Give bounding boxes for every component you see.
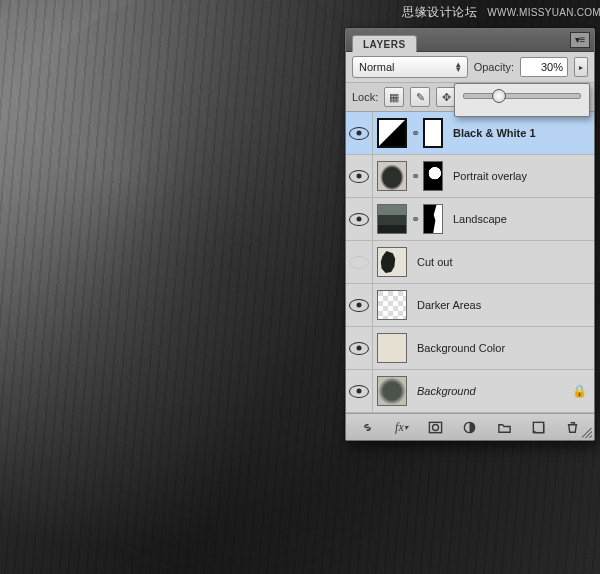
layer-thumb[interactable] — [377, 204, 407, 234]
blend-mode-value: Normal — [359, 61, 394, 73]
visibility-toggle[interactable] — [346, 327, 373, 369]
svg-rect-3 — [533, 422, 543, 432]
brush-icon: ✎ — [416, 91, 425, 104]
layer-thumbs: ⚭ — [373, 157, 447, 195]
watermark: 思缘设计论坛 WWW.MISSYUAN.COM — [402, 4, 600, 21]
chevron-up-down-icon: ▴▾ — [456, 62, 461, 73]
layer-row[interactable]: Background Color — [346, 327, 594, 370]
new-adjustment-button[interactable] — [459, 417, 481, 437]
layer-thumbs — [373, 372, 411, 410]
opacity-slider-thumb[interactable] — [492, 89, 506, 103]
layer-row[interactable]: ⚭ Portrait overlay — [346, 155, 594, 198]
opacity-slider-popover — [454, 83, 590, 117]
layer-list: ⚭ Black & White 1 ⚭ Portrait overlay ⚭ L — [346, 112, 594, 413]
resize-grip[interactable] — [582, 428, 592, 438]
layer-thumbs — [373, 286, 411, 324]
panel-menu-icon: ▾≡ — [575, 35, 586, 45]
link-icon: ⚭ — [409, 213, 421, 226]
layer-name[interactable]: Background — [411, 385, 572, 397]
blend-mode-select[interactable]: Normal ▴▾ — [352, 56, 468, 78]
checker-icon: ▦ — [389, 91, 399, 104]
visibility-toggle[interactable] — [346, 198, 373, 240]
lock-indicator-icon: 🔒 — [572, 384, 594, 398]
panel-menu-button[interactable]: ▾≡ — [570, 32, 590, 48]
layer-thumb[interactable] — [377, 333, 407, 363]
mask-thumb[interactable] — [423, 204, 443, 234]
layer-thumbs: ⚭ — [373, 114, 447, 152]
opacity-input[interactable]: 30% — [520, 57, 568, 77]
watermark-text: 思缘设计论坛 — [402, 5, 477, 19]
panel-footer: fx▾ — [346, 413, 594, 440]
layer-row[interactable]: Background 🔒 — [346, 370, 594, 413]
layer-thumbs: ⚭ — [373, 200, 447, 238]
lock-pixels-button[interactable]: ✎ — [410, 87, 430, 107]
eye-icon — [349, 299, 369, 312]
layer-thumbs — [373, 243, 411, 281]
watermark-url: WWW.MISSYUAN.COM — [487, 7, 600, 18]
layer-row[interactable]: Cut out — [346, 241, 594, 284]
svg-point-1 — [433, 424, 439, 430]
adjustment-thumb[interactable] — [377, 118, 407, 148]
visibility-toggle[interactable] — [346, 241, 373, 283]
opacity-label: Opacity: — [474, 61, 514, 73]
visibility-toggle[interactable] — [346, 284, 373, 326]
opacity-flyout-button[interactable]: ▸ — [574, 57, 588, 77]
add-mask-button[interactable] — [425, 417, 447, 437]
link-icon: ⚭ — [409, 170, 421, 183]
opacity-value: 30% — [541, 61, 563, 73]
layer-row[interactable]: Darker Areas — [346, 284, 594, 327]
eye-icon — [349, 385, 369, 398]
layer-thumb[interactable] — [377, 290, 407, 320]
panel-tab-layers[interactable]: LAYERS — [352, 35, 417, 52]
new-layer-button[interactable] — [528, 417, 550, 437]
layer-thumbs — [373, 329, 411, 367]
layers-panel: LAYERS ▾≡ Normal ▴▾ Opacity: 30% ▸ Lock:… — [345, 28, 595, 441]
opacity-slider-track[interactable] — [463, 93, 581, 99]
eye-off-icon — [349, 256, 369, 269]
visibility-toggle[interactable] — [346, 112, 373, 154]
new-group-button[interactable] — [493, 417, 515, 437]
layer-thumb[interactable] — [377, 247, 407, 277]
layer-name[interactable]: Darker Areas — [411, 299, 594, 311]
layer-thumb[interactable] — [377, 376, 407, 406]
link-icon: ⚭ — [409, 127, 421, 140]
eye-icon — [349, 170, 369, 183]
eye-icon — [349, 342, 369, 355]
eye-icon — [349, 127, 369, 140]
fx-button[interactable]: fx▾ — [390, 417, 412, 437]
delete-layer-button[interactable] — [562, 417, 584, 437]
layer-row[interactable]: ⚭ Landscape — [346, 198, 594, 241]
visibility-toggle[interactable] — [346, 370, 373, 412]
layer-name[interactable]: Black & White 1 — [447, 127, 594, 139]
visibility-toggle[interactable] — [346, 155, 373, 197]
layer-row[interactable]: ⚭ Black & White 1 — [346, 112, 594, 155]
lock-transparency-button[interactable]: ▦ — [384, 87, 404, 107]
link-layers-button[interactable] — [356, 417, 378, 437]
chevron-right-icon: ▸ — [579, 63, 583, 72]
lock-label: Lock: — [352, 91, 378, 103]
layer-name[interactable]: Portrait overlay — [447, 170, 594, 182]
eye-icon — [349, 213, 369, 226]
move-icon: ✥ — [442, 91, 451, 104]
panel-title: LAYERS — [363, 39, 406, 50]
mask-thumb[interactable] — [423, 118, 443, 148]
panel-tabbar: LAYERS ▾≡ — [346, 29, 594, 52]
blend-opacity-row: Normal ▴▾ Opacity: 30% ▸ — [346, 52, 594, 83]
mask-thumb[interactable] — [423, 161, 443, 191]
layer-name[interactable]: Cut out — [411, 256, 594, 268]
layer-name[interactable]: Landscape — [447, 213, 594, 225]
layer-thumb[interactable] — [377, 161, 407, 191]
layer-name[interactable]: Background Color — [411, 342, 594, 354]
